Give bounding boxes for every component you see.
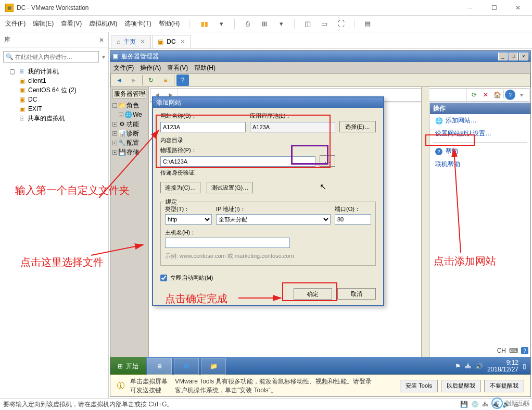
smgr-tree-config[interactable]: +🔧配置 (112, 138, 146, 147)
tree-item-exit[interactable]: ▣EXIT (18, 104, 105, 114)
port-input[interactable] (335, 214, 371, 225)
tab-home[interactable]: ⌂主页✕ (111, 35, 151, 48)
type-label: 类型(T)： (165, 206, 189, 212)
physical-path-input[interactable] (160, 156, 315, 167)
minimize-button[interactable]: ─ (458, 1, 482, 15)
tray-volume-icon[interactable]: 🔊 (475, 363, 483, 370)
iis-home-icon[interactable]: 🏠 (492, 90, 502, 100)
action-add-website[interactable]: 🌐添加网站… (430, 114, 530, 127)
screenshot-icon[interactable]: ⊞ (259, 18, 270, 30)
smgr-forward-icon[interactable]: ► (128, 74, 140, 86)
tray-date: 2018/12/27 (487, 366, 518, 373)
tray-show-desktop[interactable]: ▯ (523, 363, 526, 370)
smgr-maximize-button[interactable]: □ (509, 53, 518, 60)
taskbar-server-manager[interactable]: 🖥 (147, 358, 172, 375)
browse-button[interactable]: … (320, 155, 335, 167)
smgr-properties-icon[interactable]: ≡ (159, 74, 172, 86)
search-dropdown-icon[interactable]: ▾ (102, 53, 105, 60)
install-tools-button[interactable]: 安装 Tools (400, 380, 438, 392)
action-online-help[interactable]: 联机帮助 (430, 158, 530, 171)
smgr-menu-view[interactable]: 查看(V) (167, 64, 188, 72)
menu-help[interactable]: 帮助(H) (159, 19, 180, 28)
vmware-statusbar: 要将输入定向到该虚拟机，请在虚拟机内部单击或按 Ctrl+G。 💾 💿 🖧 🔌 … (0, 398, 532, 410)
smgr-refresh-icon[interactable]: ↻ (145, 74, 157, 86)
smgr-help-icon[interactable]: ? (176, 74, 189, 86)
close-button[interactable]: ✕ (506, 1, 530, 15)
menu-vm[interactable]: 虚拟机(M) (89, 19, 117, 28)
smgr-menu-file[interactable]: 文件(F) (113, 64, 134, 72)
smgr-tree-diagnostics[interactable]: +📊诊断 (112, 129, 146, 138)
iis-help-icon[interactable]: ? (505, 90, 515, 100)
never-remind-button[interactable]: 不要提醒我 (484, 380, 524, 392)
site-name-input[interactable] (160, 122, 246, 132)
tray-flag-icon[interactable]: ⚑ (455, 363, 461, 370)
host-input[interactable] (165, 238, 290, 248)
ip-label: IP 地址(I)： (216, 206, 246, 212)
library-search-input[interactable] (15, 54, 98, 60)
start-immediately-checkbox[interactable] (160, 275, 167, 281)
lang-indicator[interactable]: CH (497, 347, 506, 354)
smgr-tree-roles[interactable]: -📁角色 (112, 101, 146, 110)
ok-button[interactable]: 确定 (294, 288, 332, 300)
ip-select[interactable]: 全部未分配 (216, 214, 331, 225)
status-cd-icon[interactable]: 💿 (471, 401, 479, 408)
smgr-tree-storage[interactable]: +💾存储 (112, 147, 146, 157)
start-button[interactable]: ⊞开始 (110, 357, 146, 376)
smgr-close-button[interactable]: × (519, 53, 528, 60)
smgr-back-icon[interactable]: ◄ (113, 74, 125, 86)
server-manager-app-icon: ▣ (112, 53, 118, 60)
add-website-dialog: 添加网站 网站名称(S)： 应用程序池(L)： 选择(E)… 内容目录 物理路径… (152, 96, 384, 306)
maximize-button[interactable]: ☐ (482, 1, 506, 15)
dropdown-icon-2[interactable]: ▾ (275, 18, 287, 30)
iis-help-drop-icon[interactable]: ▾ (516, 90, 527, 100)
tab-dc-close-icon[interactable]: ✕ (180, 38, 185, 45)
status-hdd-icon[interactable]: 💾 (460, 401, 468, 408)
type-select[interactable]: http (165, 214, 212, 225)
server-manager-title: 服务器管理器 (121, 52, 159, 61)
taskbar-explorer[interactable]: 📁 (201, 358, 226, 375)
iis-vscrollbar[interactable] (421, 87, 429, 377)
tile-icon[interactable]: ◫ (302, 18, 313, 30)
status-net-icon[interactable]: 🖧 (482, 401, 488, 408)
taskbar-powershell[interactable]: ⧉ (174, 358, 199, 375)
tab-home-close-icon[interactable]: ✕ (140, 38, 145, 45)
phys-path-label: 物理路径(P)： (160, 147, 197, 153)
dropdown-icon[interactable]: ▾ (216, 18, 227, 30)
smgr-minimize-button[interactable]: _ (498, 53, 508, 60)
tree-item-centos[interactable]: ▣CentOS 64 位 (2) (18, 85, 105, 95)
smgr-tree-we[interactable]: -🌐We (119, 110, 146, 119)
test-settings-button[interactable]: 测试设置(G)… (207, 182, 253, 193)
host-label: 主机名(H)： (165, 229, 196, 235)
snapshot-icon[interactable]: ⎙ (242, 18, 254, 30)
cancel-button[interactable]: 取消 (337, 288, 376, 300)
tray-network-icon[interactable]: 🖧 (465, 363, 471, 370)
action-set-defaults[interactable]: 设置网站默认设置… (430, 127, 530, 140)
library-close-icon[interactable]: ✕ (99, 36, 104, 44)
remind-later-button[interactable]: 以后提醒我 (441, 380, 481, 392)
tree-item-client1[interactable]: ▣client1 (18, 76, 105, 85)
tree-shared-vms[interactable]: ⎘共享的虚拟机 (9, 114, 105, 123)
start-immediately-label: 立即启动网站(M) (170, 274, 213, 282)
menu-file[interactable]: 文件(F) (5, 19, 26, 28)
help-lang-icon[interactable]: ? (521, 347, 528, 354)
unity-icon[interactable]: ▭ (319, 18, 330, 30)
tab-dc[interactable]: ▣DC✕ (152, 35, 191, 48)
keyboard-icon[interactable]: ⌨ (509, 347, 518, 354)
iis-stop-icon[interactable]: ✕ (480, 90, 491, 100)
menu-edit[interactable]: 编辑(E) (33, 19, 54, 28)
tree-my-computer[interactable]: ▢🖥我的计算机 (9, 67, 105, 76)
select-app-pool-button[interactable]: 选择(E)… (339, 121, 376, 132)
fullscreen-icon[interactable]: ⛶ (335, 18, 347, 30)
iis-refresh-icon[interactable]: ⟳ (469, 90, 479, 100)
tree-item-dc[interactable]: ▣DC (18, 95, 105, 104)
connect-as-button[interactable]: 连接为(C)… (160, 182, 200, 193)
windows-taskbar: ⊞开始 🖥 ⧉ 📁 ⚑ 🖧 🔊 9:122018/12/27 ▯ (110, 357, 530, 376)
smgr-menu-help[interactable]: 帮助(H) (194, 64, 216, 72)
library-icon[interactable]: ▤ (362, 18, 373, 30)
action-help[interactable]: ?帮助 (430, 145, 530, 158)
menu-view[interactable]: 查看(V) (61, 19, 82, 28)
smgr-menu-action[interactable]: 操作(A) (140, 64, 161, 72)
menu-tabs[interactable]: 选项卡(T) (124, 19, 151, 28)
smgr-tree-features[interactable]: +⚙功能 (112, 119, 146, 129)
pause-icon[interactable]: ▮▮ (199, 18, 210, 30)
